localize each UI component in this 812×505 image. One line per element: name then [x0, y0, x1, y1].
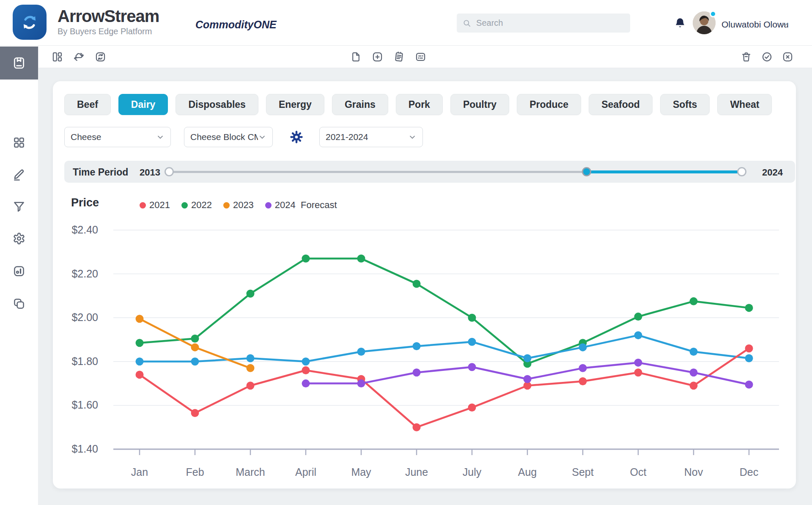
user-name: Oluwatobi Olowu: [721, 19, 789, 30]
slider-selected-range: [587, 170, 742, 173]
tab-disposables[interactable]: Disposables: [176, 94, 258, 115]
toolbar-left-group: [52, 46, 106, 68]
svg-text:Feb: Feb: [186, 466, 204, 478]
chart-legend: 2021202220232024 Forecast: [140, 200, 337, 211]
svg-text:$2.20: $2.20: [71, 268, 98, 280]
tab-energy[interactable]: Energy: [266, 94, 324, 115]
refresh-square-icon[interactable]: [95, 51, 106, 63]
chevron-down-icon: [258, 133, 266, 141]
legend-item[interactable]: 2021: [140, 200, 170, 211]
chevron-down-icon: [156, 133, 165, 141]
sidebar: [0, 45, 38, 505]
time-period-panel: Time Period 2013 2024: [64, 161, 795, 183]
product-select-value: Cheese Block CME: [190, 132, 258, 142]
toolbar-right-group: [741, 46, 793, 68]
slider-handle-min[interactable]: [165, 167, 174, 176]
product-select[interactable]: Cheese Block CME: [184, 127, 273, 147]
tab-poultry[interactable]: Poultry: [450, 94, 509, 115]
legend-label: 2021: [149, 200, 170, 211]
legend-item[interactable]: 2024 Forecast: [265, 200, 337, 211]
legend-item[interactable]: 2023: [223, 200, 254, 211]
legend-dot: [265, 202, 272, 209]
notification-bell-icon[interactable]: [674, 17, 686, 29]
time-period-slider[interactable]: [169, 171, 742, 173]
svg-text:June: June: [405, 466, 428, 478]
edit-pencil-icon[interactable]: [13, 168, 25, 181]
cloud-sync-icon[interactable]: [73, 51, 85, 63]
category-select-value: Cheese: [71, 132, 156, 142]
sync-arrows-icon: [20, 13, 39, 32]
commodity-card: Beef Dairy Disposables Energy Grains Por…: [53, 81, 796, 489]
time-period-label: Time Period: [73, 167, 128, 178]
tab-grains[interactable]: Grains: [332, 94, 388, 115]
legend-dot: [223, 202, 230, 209]
svg-text:March: March: [236, 466, 265, 478]
tab-softs[interactable]: Softs: [660, 94, 710, 115]
svg-text:Jan: Jan: [131, 466, 148, 478]
add-square-icon[interactable]: [372, 51, 383, 63]
category-select[interactable]: Cheese: [64, 127, 171, 147]
copy-icon[interactable]: [13, 297, 25, 310]
toolbar-center-group: [350, 46, 426, 68]
layout-kanban-icon[interactable]: [52, 51, 63, 63]
sidebar-item-library-active[interactable]: [0, 47, 38, 80]
notepad-icon[interactable]: [393, 51, 405, 63]
user-avatar[interactable]: [693, 11, 716, 34]
svg-text:Oct: Oct: [630, 466, 647, 478]
close-square-icon[interactable]: [782, 51, 793, 63]
arrowstream-logo[interactable]: [13, 5, 47, 40]
legend-dot: [140, 202, 146, 209]
page-title: CommodityONE: [195, 19, 277, 31]
file-icon[interactable]: [350, 51, 362, 63]
svg-text:Dec: Dec: [740, 466, 758, 478]
chevron-down-icon: [408, 133, 417, 141]
tab-produce[interactable]: Produce: [517, 94, 581, 115]
check-circle-icon[interactable]: [761, 51, 773, 63]
legend-label: 2022: [191, 200, 212, 211]
brand-subtitle: By Buyers Edge Platform: [58, 27, 159, 36]
tab-dairy[interactable]: Dairy: [118, 94, 168, 115]
search-input[interactable]: [475, 18, 624, 28]
category-tabs: Beef Dairy Disposables Energy Grains Por…: [64, 94, 772, 115]
tab-beef[interactable]: Beef: [64, 94, 111, 115]
brand-name: ArrowStream: [58, 7, 159, 25]
tab-seafood[interactable]: Seafood: [589, 94, 653, 115]
app-header: ArrowStream By Buyers Edge Platform Comm…: [0, 0, 812, 46]
filter-funnel-icon[interactable]: [13, 200, 25, 213]
dashboard-grid-icon[interactable]: [13, 136, 25, 149]
chart-title: Price: [71, 196, 99, 209]
trash-icon[interactable]: [741, 51, 752, 63]
search-bar[interactable]: [457, 14, 630, 33]
slider-end-year: 2024: [762, 167, 783, 178]
slider-start-year: 2013: [140, 167, 160, 178]
svg-text:Nov: Nov: [684, 466, 703, 478]
year-range-select[interactable]: 2021-2024: [319, 127, 423, 147]
commodity-dashboard: ArrowStream By Buyers Edge Platform Comm…: [0, 0, 812, 505]
book-bookmark-icon: [12, 56, 26, 70]
svg-text:July: July: [463, 466, 482, 478]
svg-text:Aug: Aug: [518, 466, 537, 478]
legend-dot: [181, 202, 188, 209]
search-icon: [463, 19, 471, 28]
tab-wheat[interactable]: Wheat: [717, 94, 772, 115]
svg-text:$1.40: $1.40: [71, 443, 98, 455]
brand-block: ArrowStream By Buyers Edge Platform: [58, 7, 159, 36]
user-menu-chevron-icon[interactable]: [780, 20, 790, 29]
svg-text:May: May: [351, 466, 371, 478]
svg-text:$2.00: $2.00: [71, 311, 98, 323]
list-settings-icon[interactable]: [415, 51, 426, 63]
product-settings-gear-icon[interactable]: [290, 130, 303, 144]
svg-text:$1.60: $1.60: [71, 399, 98, 411]
legend-label: 2023: [233, 200, 254, 211]
settings-gear-icon[interactable]: [13, 232, 25, 245]
tab-pork[interactable]: Pork: [396, 94, 443, 115]
slider-handle-max[interactable]: [737, 167, 746, 176]
svg-text:April: April: [295, 466, 316, 478]
slider-handle-current[interactable]: [582, 167, 591, 176]
analytics-icon[interactable]: [13, 265, 25, 277]
svg-text:$2.40: $2.40: [71, 224, 98, 236]
online-status-dot: [710, 11, 716, 17]
legend-item[interactable]: 2022: [181, 200, 212, 211]
legend-label: 2024 Forecast: [275, 200, 337, 211]
svg-text:Sept: Sept: [572, 466, 593, 478]
